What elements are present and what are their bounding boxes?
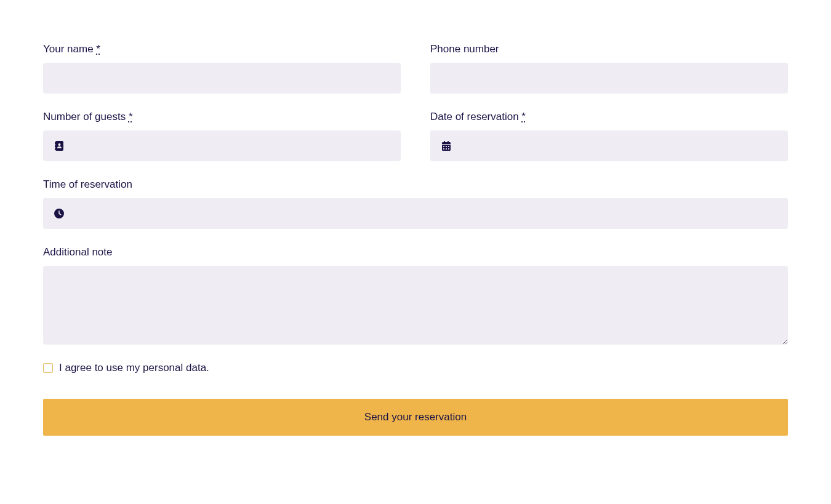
name-label-text: Your name xyxy=(43,43,96,55)
time-input[interactable] xyxy=(43,198,788,229)
guests-input[interactable] xyxy=(43,130,401,161)
date-label-text: Date of reservation xyxy=(430,111,521,122)
consent-row: I agree to use my personal data. xyxy=(43,362,788,374)
date-group: Date of reservation * xyxy=(430,111,788,161)
guests-input-wrap xyxy=(43,130,401,161)
clock-icon xyxy=(54,209,64,218)
time-group: Time of reservation xyxy=(43,178,788,229)
consent-checkbox[interactable] xyxy=(43,363,53,373)
required-mark: * xyxy=(521,111,526,122)
submit-button[interactable]: Send your reservation xyxy=(43,399,788,436)
time-label: Time of reservation xyxy=(43,178,788,191)
phone-input[interactable] xyxy=(430,63,788,94)
note-group: Additional note xyxy=(43,246,788,345)
address-book-icon xyxy=(54,141,64,151)
phone-group: Phone number xyxy=(430,43,788,94)
note-label: Additional note xyxy=(43,246,788,258)
required-mark: * xyxy=(129,111,133,122)
phone-label: Phone number xyxy=(430,43,788,55)
date-input-wrap xyxy=(430,130,788,161)
note-textarea[interactable] xyxy=(43,266,788,345)
name-group: Your name * xyxy=(43,43,401,94)
calendar-icon xyxy=(441,141,451,151)
date-label: Date of reservation * xyxy=(430,111,788,123)
reservation-form: Your name * Phone number Number of guest… xyxy=(43,43,788,436)
name-label: Your name * xyxy=(43,43,401,55)
guests-label-text: Number of guests xyxy=(43,111,129,122)
name-input[interactable] xyxy=(43,63,401,94)
guests-group: Number of guests * xyxy=(43,111,401,161)
name-input-wrap xyxy=(43,63,401,94)
guests-label: Number of guests * xyxy=(43,111,401,123)
date-input[interactable] xyxy=(430,130,788,161)
time-input-wrap xyxy=(43,198,788,229)
required-mark: * xyxy=(96,43,100,55)
consent-label: I agree to use my personal data. xyxy=(59,362,209,374)
phone-input-wrap xyxy=(430,63,788,94)
